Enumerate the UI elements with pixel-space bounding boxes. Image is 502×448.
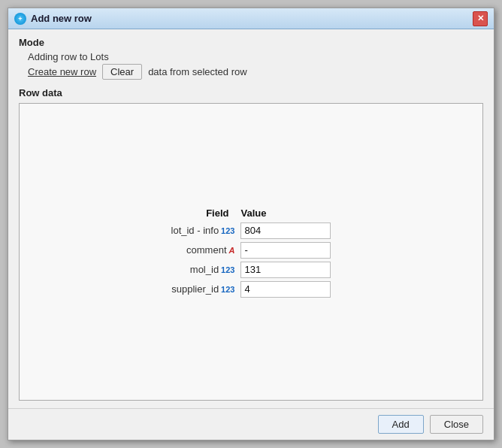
field-cell-0: lot_id - info 123 xyxy=(171,221,238,241)
mode-section: Mode Adding row to Lots Create new row C… xyxy=(19,37,483,83)
type-icon-1: A xyxy=(229,246,235,255)
row-data-label: Row data xyxy=(19,87,483,98)
create-new-row-row: Create new row Clear data from selected … xyxy=(19,64,483,80)
field-value-table: Field Value lot_id - info 123 comment A xyxy=(171,205,331,299)
row-data-box: Field Value lot_id - info 123 comment A xyxy=(19,103,483,401)
value-column-header: Value xyxy=(237,205,331,221)
field-cell-3: supplier_id 123 xyxy=(171,280,238,299)
close-button[interactable]: Close xyxy=(430,415,483,434)
field-name-1: comment xyxy=(186,244,226,256)
type-icon-3: 123 xyxy=(221,285,234,294)
row-data-section: Row data Field Value lot_id - info 123 xyxy=(19,87,483,401)
title-bar: + Add new row ✕ xyxy=(8,8,494,29)
value-input-1[interactable] xyxy=(240,242,331,259)
field-column-header: Field xyxy=(171,205,238,221)
field-name-2: mol_id xyxy=(190,264,219,275)
mode-label: Mode xyxy=(19,37,483,48)
dialog-icon: + xyxy=(14,13,26,25)
field-name-3: supplier_id xyxy=(171,283,219,295)
field-name-0: lot_id - info xyxy=(171,225,219,236)
add-new-row-dialog: + Add new row ✕ Mode Adding row to Lots … xyxy=(8,8,494,440)
create-new-row-label: Create new row xyxy=(28,66,96,77)
value-cell-0 xyxy=(237,221,331,241)
type-icon-0: 123 xyxy=(221,226,234,235)
title-bar-left: + Add new row xyxy=(14,13,92,25)
value-input-3[interactable] xyxy=(240,281,331,298)
clear-button[interactable]: Clear xyxy=(102,64,142,80)
field-cell-2: mol_id 123 xyxy=(171,260,238,280)
from-selected-label: data from selected row xyxy=(148,66,247,77)
adding-row-label: Adding row to Lots xyxy=(28,51,109,62)
field-cell-1: comment A xyxy=(171,241,238,260)
type-icon-2: 123 xyxy=(221,265,234,274)
adding-row-row: Adding row to Lots xyxy=(19,51,483,62)
value-input-0[interactable] xyxy=(240,222,331,239)
title-close-button[interactable]: ✕ xyxy=(473,11,488,26)
dialog-footer: Add Close xyxy=(8,408,494,440)
dialog-title: Add new row xyxy=(31,13,92,24)
add-button[interactable]: Add xyxy=(378,415,424,434)
value-cell-1 xyxy=(237,241,331,260)
value-cell-2 xyxy=(237,260,331,280)
value-cell-3 xyxy=(237,280,331,299)
dialog-body: Mode Adding row to Lots Create new row C… xyxy=(8,29,494,408)
value-input-2[interactable] xyxy=(240,262,331,278)
